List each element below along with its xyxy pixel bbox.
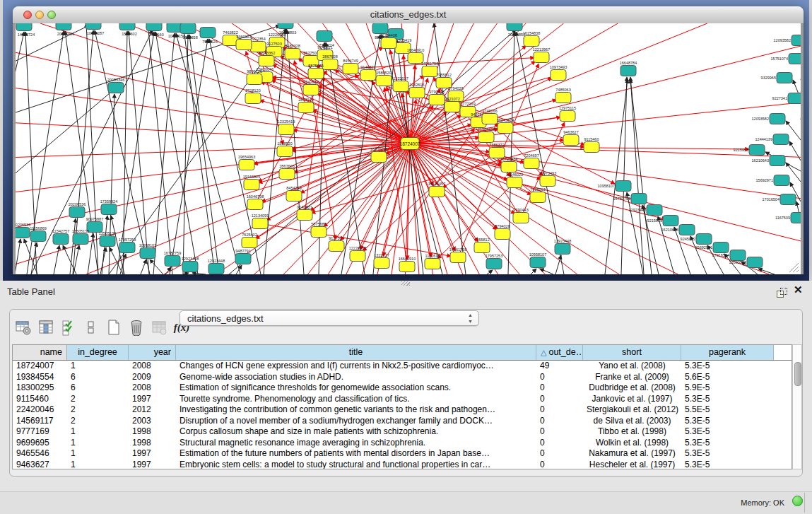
network-node[interactable]: 10958107 <box>598 181 631 192</box>
table-cell[interactable]: 1997 <box>129 448 176 460</box>
table-cell[interactable]: 2 <box>67 404 129 416</box>
table-row[interactable]: 946362711997Embryonic stem cells: a mode… <box>13 460 792 470</box>
scrollbar-thumb[interactable] <box>794 362 801 386</box>
table-cell[interactable]: 5.3E-5 <box>681 416 774 427</box>
network-node[interactable]: 13505135 <box>99 231 116 247</box>
table-cell[interactable]: 1997 <box>129 460 176 470</box>
network-view-window[interactable]: citations_edges.txt 14055724206914061065… <box>13 6 804 274</box>
network-node[interactable]: 9360123 <box>236 35 252 50</box>
network-node[interactable]: 9329965 <box>761 73 792 83</box>
network-node[interactable]: 9790443 <box>429 90 445 105</box>
network-node[interactable]: 7485063 <box>555 88 571 103</box>
table-row[interactable]: 1938455462009Genome-wide association stu… <box>13 372 792 383</box>
table-cell[interactable]: 2009 <box>129 372 176 383</box>
table-cell[interactable]: 9463627 <box>13 460 67 470</box>
select-columns-icon[interactable] <box>58 317 79 337</box>
network-node[interactable]: 12134099 <box>252 214 269 229</box>
network-node[interactable]: 9746266 <box>482 109 498 124</box>
column-header-out_de[interactable]: △out_de… <box>536 345 583 360</box>
network-node[interactable]: 2867608 <box>322 54 338 70</box>
network-node[interactable]: 11254408 <box>380 33 397 49</box>
network-node[interactable]: 8454749 <box>286 186 302 201</box>
network-node[interactable]: 1322037 <box>374 253 389 269</box>
network-node[interactable]: 20206536 <box>16 223 30 238</box>
network-node[interactable]: 19654963 <box>238 155 255 170</box>
float-panel-icon[interactable] <box>777 288 787 297</box>
table-cell[interactable]: Yano et al. (2008) <box>583 361 681 372</box>
network-node[interactable]: 15692971 <box>756 175 789 186</box>
network-node[interactable]: 9896126 <box>247 69 262 85</box>
network-node[interactable]: 16720434 <box>500 157 517 173</box>
table-row[interactable]: 2242004622012Investigating the contribut… <box>13 404 792 416</box>
node-table[interactable]: namein_degreeyeartitle△out_de…shortpager… <box>12 344 792 469</box>
table-cell[interactable]: Tourette syndrome. Phenomenology and cla… <box>176 394 536 405</box>
table-cell[interactable]: 5.3E-5 <box>681 438 774 449</box>
table-cell[interactable]: 0 <box>536 394 583 405</box>
table-cell[interactable]: 2008 <box>129 382 176 394</box>
network-node[interactable]: 8454749 <box>343 59 358 74</box>
network-node[interactable]: 18300295 <box>370 147 387 163</box>
network-node[interactable]: 36245574 <box>497 118 514 134</box>
column-header-year[interactable]: year <box>129 345 176 360</box>
column-header-pagerank[interactable]: pagerank <box>681 345 774 360</box>
table-cell[interactable]: 5.3E-5 <box>681 448 774 460</box>
network-node[interactable]: 7625402 <box>242 233 257 248</box>
column-header-short[interactable]: short <box>583 345 681 360</box>
network-node[interactable]: 8186328 <box>285 44 300 59</box>
network-node[interactable]: 9115460 <box>584 137 599 153</box>
table-cell[interactable]: 22420046 <box>13 404 67 416</box>
table-cell[interactable]: 9699695 <box>13 438 67 449</box>
table-cell[interactable]: 5.3E-5 <box>681 426 774 438</box>
network-node[interactable]: 16648784 <box>620 61 637 76</box>
network-node[interactable]: 1162615 <box>425 254 440 269</box>
table-cell[interactable]: 0 <box>536 426 583 438</box>
network-node[interactable]: 16640910 <box>399 257 416 272</box>
table-cell[interactable]: Dudbridge et al. (2008) <box>583 382 681 394</box>
network-node[interactable]: 5875685 <box>308 64 324 79</box>
network-node[interactable]: 10958107 <box>529 252 546 268</box>
table-cell[interactable]: 0 <box>536 438 583 449</box>
table-selector-combobox[interactable]: citations_edges.txt ▲▼ <box>180 310 479 326</box>
table-cell[interactable]: 0 <box>536 448 583 460</box>
column-header-name[interactable]: name <box>13 345 67 360</box>
network-node[interactable]: 12975115 <box>559 106 576 122</box>
table-cell[interactable]: Disruption of a novel member of a sodium… <box>176 416 536 427</box>
network-node[interactable]: 12923448 <box>554 239 571 255</box>
table-cell[interactable]: 1 <box>67 448 129 460</box>
table-cell[interactable]: Estimation of the future numbers of pati… <box>176 448 536 460</box>
column-header-in_degree[interactable]: in_degree <box>67 345 129 360</box>
network-node[interactable]: 16046798 <box>247 194 264 210</box>
table-cell[interactable]: 5.3E-5 <box>681 460 774 470</box>
network-node[interactable]: 10973493 <box>550 65 567 81</box>
table-cell[interactable]: 2012 <box>129 404 176 416</box>
network-node[interactable]: 7386372 <box>489 143 505 158</box>
panel-resize-grip[interactable] <box>401 281 410 286</box>
network-node[interactable]: 7485063 <box>530 187 546 203</box>
network-canvas[interactable]: 1405572420691406106532871527602946616010… <box>16 23 801 274</box>
table-cell[interactable]: 6 <box>67 372 129 383</box>
network-node[interactable]: 5875685 <box>311 222 326 238</box>
table-cell[interactable]: 9777169 <box>13 426 67 438</box>
table-cell[interactable]: Franke et al. (2009) <box>583 372 681 383</box>
table-cell[interactable]: 1998 <box>129 438 176 449</box>
network-node[interactable]: 20691406 <box>56 23 74 36</box>
row-height-icon[interactable] <box>81 317 102 337</box>
table-cell[interactable]: Investigating the contribution of common… <box>176 404 536 416</box>
network-node[interactable]: 1588520 <box>376 71 392 86</box>
network-node[interactable]: 20053346 <box>107 78 124 93</box>
table-cell[interactable]: 9115460 <box>13 394 67 405</box>
network-node[interactable]: 16210643 <box>752 156 785 166</box>
table-cell[interactable]: 19384554 <box>13 372 67 383</box>
table-cell[interactable]: Jankovic et al. (1997) <box>583 394 681 405</box>
network-node[interactable]: 12923448 <box>182 257 199 272</box>
network-window-titlebar[interactable]: citations_edges.txt <box>13 6 804 24</box>
network-node[interactable]: 9790443 <box>513 208 529 223</box>
network-node[interactable]: 10958107 <box>139 243 156 259</box>
table-cell[interactable]: 1 <box>67 361 129 372</box>
network-node[interactable]: 1322037 <box>393 76 408 92</box>
network-node[interactable]: 9621072 <box>445 97 460 112</box>
table-cell[interactable]: Tibbo et al. (1998) <box>583 426 681 438</box>
table-cell[interactable]: 1 <box>67 460 129 470</box>
network-node[interactable]: 9671358 <box>180 23 198 40</box>
table-cell[interactable]: Changes of HCN gene expression and I(f) … <box>176 361 536 372</box>
